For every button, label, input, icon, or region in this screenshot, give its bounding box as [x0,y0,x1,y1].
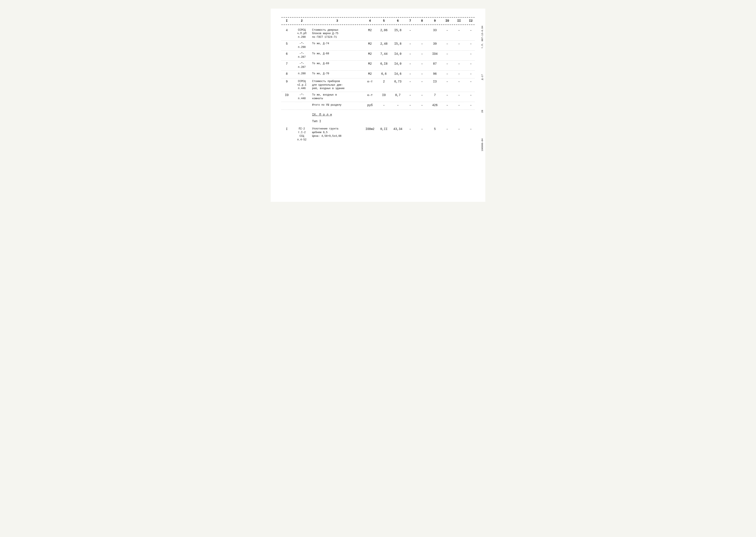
row-c5: 6,I8 [377,62,391,66]
row-c4: М2 [363,62,377,66]
row-c8: – [416,42,428,46]
row-num: 4 [281,28,292,33]
row-c11: – [453,103,465,107]
row-c6: – [391,103,405,107]
row-c12: – [465,42,477,46]
table-row: IO –"– п.448 То же, входных в комнаты к–… [281,92,475,102]
row-c7: – [405,72,416,76]
row-c9: 39 [428,42,441,46]
section-title: IX. П о л н [311,113,363,117]
row-ref: –"– п.448 [292,93,311,101]
row-c5: – [377,103,391,107]
row-c11: – [453,62,465,66]
row-c5: 2,48 [377,42,391,46]
margin-label-3: 20 [481,110,484,113]
row-c7: – [405,28,416,33]
row-desc: Тип I [311,119,363,124]
row-c8: – [416,103,428,107]
row-c8: – [416,93,428,98]
row-desc: То же, Д-69 [311,62,363,65]
row-c5: IO [377,93,391,98]
row-c9: I3 [428,80,441,84]
row-c4: М2 [363,52,377,56]
col-header-7: 7 [405,19,416,23]
margin-label-2: Д-17 [481,74,484,80]
row-c10: – [441,62,453,66]
row-c7: – [405,127,416,131]
col-header-10: IO [441,19,453,23]
row-c9: 7 [428,93,441,98]
row-desc: Стоимость приборов для однопольных две- … [311,80,363,90]
row-c11: – [453,28,465,33]
table-row-itogo: Итого по УШ разделу руб – – – – 426 – – … [281,102,475,110]
row-c12: – [465,103,477,107]
row-c7: – [405,103,416,107]
row-desc: Итого по УШ разделу [311,103,363,107]
row-desc: То же, Д-74 [311,42,363,46]
margin-label-1: т.П. 807-13-6.84 [481,26,484,49]
row-ref: ССРСЦ ч.П.рП п.290 [292,28,311,39]
row-num: 5 [281,42,292,46]
row-c11: – [453,93,465,98]
row-c10: – [441,28,453,33]
col-header-5: 5 [377,19,391,23]
row-c7: – [405,52,416,56]
row-num: 9 [281,80,292,84]
row-c6: I4,0 [391,52,405,56]
row-c7: – [405,42,416,46]
row-c12: – [465,93,477,98]
row-c12: – [465,52,477,56]
row-c5: 6,6 [377,72,391,76]
row-c8: – [416,80,428,84]
row-c4: М2 [363,72,377,76]
col-header-11: II [453,19,465,23]
row-c9: 96 [428,72,441,76]
col-header-4: 4 [363,19,377,23]
row-c10: – [441,103,453,107]
table-row-tip: Тип I [281,118,475,126]
row-c9: IO4 [428,52,441,56]
row-c9: 426 [428,103,441,107]
col-header-12: I2 [465,19,477,23]
row-c11: – [453,42,465,46]
row-c6: 6,73 [391,80,405,84]
row-ref: ССРСЦ чI.р.I п.446 [292,80,311,90]
row-c12: – [465,127,477,131]
column-headers: I 2 3 4 5 6 7 8 9 IO II I2 [281,17,475,25]
row-c4: к–т [363,93,377,98]
table-row: 4 ССРСЦ ч.П.рП п.290 Стоимость дверных б… [281,27,475,41]
row-c6: 43,34 [391,127,405,131]
row-c6: I4,6 [391,72,405,76]
row-c8: – [416,62,428,66]
col-header-8: 8 [416,19,428,23]
table-row: 7 –"– п.287 То же, Д-69 М2 6,I8 I4,0 – –… [281,61,475,71]
row-c10: – [441,80,453,84]
row-c7: – [405,80,416,84]
row-c10: – [441,72,453,76]
row-c11: – [453,72,465,76]
row-c4: руб [363,103,377,107]
row-desc: Уплотнение грунта щебнем 9,5 Цена: 4,58+… [311,127,363,138]
section-header-ix: IX. П о л н [281,110,475,118]
row-c10: – [441,52,453,56]
row-c9: 33 [428,28,441,33]
row-ref: ПI-2 т.I-2 ССЦ п.4-52 [292,127,311,142]
row-c8: – [416,127,428,131]
row-c6: I4,0 [391,62,405,66]
row-c6: 0,7 [391,93,405,98]
row-c12: – [465,28,477,33]
row-c5: 2,06 [377,28,391,33]
table-row: I ПI-2 т.I-2 ССЦ п.4-52 Уплотнение грунт… [281,126,475,143]
table-row: 8 п.288 То же, Д-70 М2 6,6 I4,6 – – 96 –… [281,71,475,78]
row-c6: I5,8 [391,42,405,46]
row-desc: То же, Д-70 [311,72,363,76]
row-c11: – [453,127,465,131]
row-ref: –"– п.290 [292,42,311,49]
row-c7: – [405,62,416,66]
row-ref: –"– п.287 [292,52,311,59]
row-c4: М2 [363,42,377,46]
col-header-6: 6 [391,19,405,23]
row-c10: – [441,127,453,131]
col-header-3: 3 [311,19,363,23]
row-desc: Стоимость дверных блоков марки Д-75 по Г… [311,28,363,39]
